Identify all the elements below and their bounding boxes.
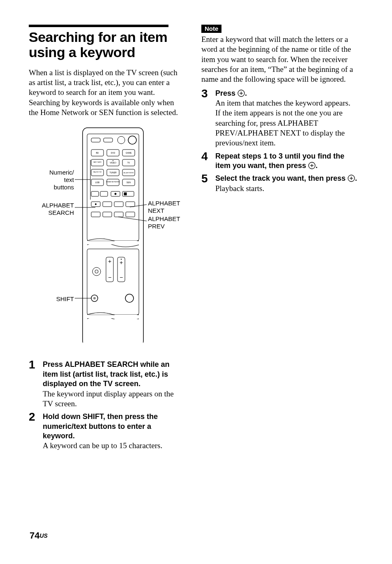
svg-text:BLUETOOTH: BLUETOOTH	[124, 172, 134, 174]
step-instruction: Press ALPHABET SEARCH while an item list…	[43, 360, 185, 389]
svg-text:SEN: SEN	[127, 181, 131, 184]
enter-plus-icon	[308, 162, 316, 169]
heading-rule	[29, 25, 168, 27]
step-number: 5	[201, 173, 215, 184]
svg-rect-60	[86, 315, 140, 318]
step-instruction: Select the track you want, then press .	[215, 174, 357, 183]
step-number: 1	[29, 359, 43, 371]
step-detail: An item that matches the keyword appears…	[215, 98, 357, 148]
steps-left: 1 Press ALPHABET SEARCH while an item li…	[29, 360, 185, 451]
svg-text:GAME: GAME	[126, 152, 132, 154]
page-footer: 74US	[30, 530, 48, 541]
step-number: 2	[29, 411, 43, 423]
step-detail: The keyword input display appears on the…	[43, 389, 185, 409]
right-column: Note Enter a keyword that will match the…	[201, 25, 357, 454]
svg-rect-46	[86, 241, 140, 244]
svg-text:VIDEO: VIDEO	[110, 161, 116, 164]
svg-text:SAT/
CATV: SAT/ CATV	[93, 161, 101, 163]
step-2: 2 Hold down SHIFT, then press the numeri…	[29, 412, 185, 451]
two-column-layout: Searching for an item using a keyword Wh…	[29, 25, 363, 454]
svg-text:DVD: DVD	[111, 152, 115, 154]
enter-plus-icon	[238, 90, 245, 97]
svg-text:+: +	[120, 259, 123, 266]
svg-point-58	[93, 297, 96, 299]
svg-text:TV: TV	[127, 161, 130, 164]
step-5: 5 Select the track you want, then press …	[201, 174, 357, 193]
callout-alphabet-search: ALPHABET SEARCH	[25, 202, 74, 216]
callout-alphabet-prev: ALPHABET PREV	[148, 215, 189, 230]
callout-shift: SHIFT	[25, 295, 74, 303]
svg-text:+: +	[108, 258, 111, 265]
page-title: Searching for an item using a keyword	[29, 30, 185, 60]
svg-text:TUNER: TUNER	[109, 171, 117, 174]
svg-text:SA-CD/
CD: SA-CD/ CD	[93, 171, 102, 173]
step-number: 3	[201, 88, 215, 99]
text: Repeat steps 1 to 3 until you find the i…	[215, 152, 344, 170]
text: Press	[215, 89, 238, 97]
step-4: 4 Repeat steps 1 to 3 until you find the…	[201, 152, 357, 171]
step-detail: Playback starts.	[215, 184, 357, 193]
svg-rect-36	[124, 193, 127, 195]
remote-svg: BD DVD GAME SAT/ CATV VIDEO TV SA-CD/ CD…	[82, 126, 144, 348]
remote-diagram: Numeric/ text buttons ALPHABET SEARCH SH…	[29, 126, 185, 352]
svg-text:BD: BD	[96, 152, 99, 154]
text: Select the track you want, then press	[215, 174, 348, 182]
text: .	[355, 174, 357, 182]
note-text: Enter a keyword that will match the lett…	[201, 35, 357, 85]
text: .	[316, 161, 318, 170]
note-badge: Note	[201, 25, 221, 33]
svg-point-16	[113, 160, 113, 161]
left-column: Searching for an item using a keyword Wh…	[29, 25, 185, 454]
svg-text:USB: USB	[95, 181, 100, 184]
svg-point-38	[95, 204, 97, 205]
locale-code: US	[39, 532, 47, 539]
svg-text:−: −	[108, 274, 111, 281]
enter-plus-icon	[348, 175, 355, 182]
intro-paragraph: When a list is displayed on the TV scree…	[29, 68, 185, 118]
manual-page: Searching for an item using a keyword Wh…	[0, 0, 392, 564]
text: .	[245, 89, 247, 97]
step-number: 4	[201, 151, 215, 162]
step-detail: A keyword can be up to 15 characters.	[43, 441, 185, 451]
svg-point-34	[115, 193, 116, 195]
step-instruction: Press .	[215, 89, 357, 98]
step-3: 3 Press . An item that matches the keywo…	[201, 89, 357, 148]
svg-rect-61	[83, 319, 143, 348]
page-number: 74	[30, 530, 39, 541]
callout-numeric-text-buttons: Numeric/ text buttons	[25, 169, 74, 191]
step-instruction: Repeat steps 1 to 3 until you find the i…	[215, 152, 357, 171]
callout-alphabet-next: ALPHABET NEXT	[148, 200, 189, 214]
step-instruction: Hold down SHIFT, then press the numeric/…	[43, 412, 185, 441]
step-1: 1 Press ALPHABET SEARCH while an item li…	[29, 360, 185, 409]
svg-text:−: −	[120, 274, 123, 281]
svg-text:HOME
NETWORK: HOME NETWORK	[106, 181, 120, 183]
